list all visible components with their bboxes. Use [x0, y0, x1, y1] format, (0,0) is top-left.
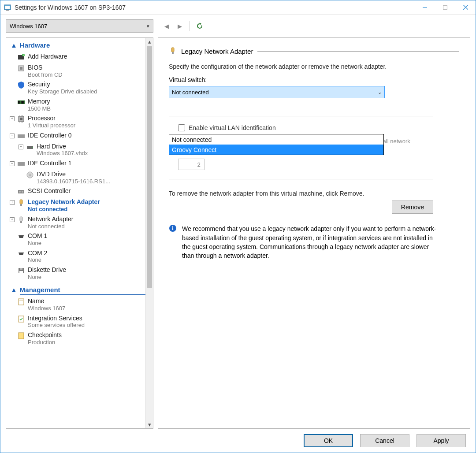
scrollbar-thumb[interactable] — [147, 46, 152, 288]
node-processor[interactable]: + Processor1 Virtual processor — [8, 113, 153, 130]
node-checkpoints[interactable]: CheckpointsProduction — [8, 330, 153, 347]
info-text: We recommend that you use a legacy netwo… — [182, 224, 438, 260]
titlebar: Settings for Windows 1607 on SP3-1607 — [0, 0, 476, 15]
svg-rect-2 — [6, 10, 9, 11]
svg-rect-46 — [172, 52, 174, 54]
vlan-id-input[interactable] — [178, 159, 205, 170]
collapse-icon[interactable]: − — [10, 161, 15, 166]
node-dvddrive[interactable]: DVD Drive14393.0.160715-1616.RS1... — [8, 169, 153, 186]
scroll-up-icon[interactable]: ▴ — [146, 38, 153, 45]
remove-button[interactable]: Remove — [392, 201, 433, 214]
svg-rect-39 — [20, 268, 22, 270]
network-adapter-icon — [17, 216, 25, 224]
back-button[interactable]: ◀ — [160, 20, 173, 32]
app-icon — [4, 4, 11, 11]
collapse-icon: ▲ — [11, 286, 17, 293]
expand-icon[interactable]: + — [10, 116, 15, 121]
option-not-connected[interactable]: Not connected — [169, 134, 383, 145]
network-adapter-legacy-icon — [17, 199, 25, 207]
integration-icon — [17, 315, 25, 323]
svg-rect-35 — [20, 204, 22, 206]
expand-icon[interactable]: + — [10, 217, 15, 222]
node-com1[interactable]: COM 1None — [8, 231, 153, 248]
chip-icon — [17, 64, 25, 72]
apply-button[interactable]: Apply — [416, 434, 466, 447]
node-com2[interactable]: COM 2None — [8, 248, 153, 265]
node-legacy-network-adapter[interactable]: + Legacy Network AdapterNot connected — [8, 197, 153, 214]
controller-icon — [17, 160, 25, 168]
controller-icon — [17, 132, 25, 140]
svg-point-27 — [32, 147, 33, 148]
expand-icon[interactable]: + — [10, 200, 15, 205]
node-scsi[interactable]: SCSI Controller — [8, 186, 153, 197]
svg-rect-28 — [18, 162, 25, 166]
info-panel: i We recommend that you use a legacy net… — [169, 224, 438, 260]
info-icon: i — [169, 224, 177, 260]
pane-description: Specify the configuration of the network… — [169, 63, 459, 70]
node-ide1[interactable]: − IDE Controller 1 — [8, 158, 153, 169]
vm-selector[interactable]: Windows 1607 ▾ — [6, 19, 153, 33]
vlan-checkbox-input[interactable] — [178, 124, 185, 131]
hardware-tree: ▲ Hardware Add Hardware BIOSBoot from CD… — [6, 37, 153, 429]
option-groovy-connect[interactable]: Groovy Connect — [169, 145, 383, 155]
scsi-icon — [17, 188, 25, 196]
svg-rect-41 — [19, 299, 24, 305]
node-network-adapter[interactable]: + Network AdapterNot connected — [8, 214, 153, 231]
node-diskette[interactable]: Diskette DriveNone — [8, 265, 153, 282]
expand-icon[interactable]: + — [19, 145, 23, 149]
svg-rect-4 — [443, 5, 447, 9]
vswitch-label: Virtual switch: — [169, 76, 459, 83]
svg-rect-1 — [5, 6, 10, 9]
minimize-button[interactable] — [415, 0, 435, 15]
memory-icon — [17, 98, 25, 106]
hdd-icon — [26, 143, 34, 151]
node-name[interactable]: NameWindows 1607 — [8, 296, 153, 313]
scroll-down-icon[interactable]: ▾ — [146, 421, 153, 428]
svg-point-30 — [29, 174, 31, 176]
remove-description: To remove the network adapter from this … — [169, 190, 364, 197]
svg-rect-18 — [20, 118, 22, 120]
cancel-button[interactable]: Cancel — [360, 434, 409, 447]
diskette-icon — [17, 267, 25, 275]
section-hardware[interactable]: ▲ Hardware — [8, 40, 153, 50]
cpu-icon — [17, 115, 25, 123]
node-security[interactable]: SecurityKey Storage Drive disabled — [8, 79, 153, 96]
pane-title: Legacy Network Adapter — [169, 47, 459, 56]
node-bios[interactable]: BIOSBoot from CD — [8, 63, 153, 79]
svg-rect-44 — [19, 333, 24, 339]
vlan-checkbox[interactable]: Enable virtual LAN identification — [178, 124, 424, 131]
section-management[interactable]: ▲ Management — [8, 284, 153, 294]
node-ide0[interactable]: − IDE Controller 0 — [8, 130, 153, 141]
refresh-button[interactable] — [193, 20, 206, 32]
dialog-footer: OK Cancel Apply — [0, 429, 476, 453]
add-hardware-icon — [17, 53, 25, 61]
tree-scrollbar[interactable]: ▴ ▾ — [145, 38, 153, 428]
settings-pane: Legacy Network Adapter Specify the confi… — [158, 37, 470, 429]
shield-icon — [17, 81, 25, 89]
serial-port-icon — [17, 233, 25, 241]
svg-rect-25 — [18, 134, 25, 138]
close-button[interactable] — [455, 0, 476, 15]
svg-rect-16 — [23, 101, 24, 104]
toolbar: Windows 1607 ▾ ◀ ▶ — [0, 15, 476, 37]
svg-rect-15 — [22, 101, 23, 104]
node-harddrive[interactable]: + Hard DriveWindows 1607.vhdx — [8, 141, 153, 158]
disc-icon — [26, 171, 34, 179]
node-add-hardware[interactable]: Add Hardware — [8, 52, 153, 63]
maximize-button[interactable] — [435, 0, 455, 15]
combobox-value: Not connected — [172, 89, 209, 96]
virtual-switch-combobox[interactable]: Not connected ⌄ — [169, 86, 385, 98]
chevron-down-icon: ▾ — [147, 23, 149, 29]
node-memory[interactable]: Memory1500 MB — [8, 97, 153, 113]
forward-button[interactable]: ▶ — [174, 20, 186, 32]
svg-rect-37 — [20, 221, 22, 223]
network-adapter-legacy-icon — [169, 47, 177, 56]
name-icon — [17, 298, 25, 306]
collapse-icon[interactable]: − — [10, 134, 15, 138]
node-integration[interactable]: Integration ServicesSome services offere… — [8, 313, 153, 330]
svg-rect-40 — [19, 271, 23, 273]
serial-port-icon — [17, 250, 25, 258]
ok-button[interactable]: OK — [304, 434, 353, 447]
svg-point-33 — [22, 191, 23, 193]
checkpoint-icon — [17, 332, 25, 340]
